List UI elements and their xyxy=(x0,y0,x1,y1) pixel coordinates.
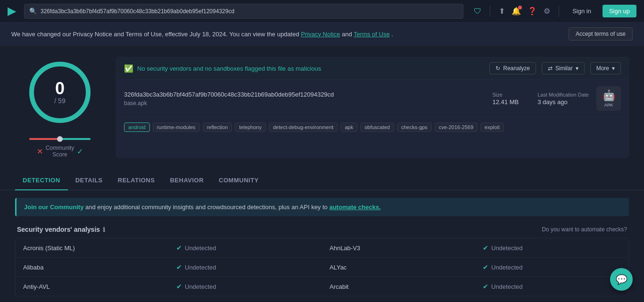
vendor-status-2: ✔ Undetected xyxy=(475,238,628,257)
join-community-link[interactable]: Join our Community xyxy=(24,204,83,211)
nav-icons: 🛡 ⬆ 🔔 ❓ ⚙ Sign in Sign up xyxy=(474,5,636,17)
check-icon: ✔ xyxy=(483,283,488,290)
reanalyze-button[interactable]: ↻ Reanalyze xyxy=(489,62,536,74)
file-stats: Size 12.41 MB Last Modification Date 3 d… xyxy=(493,92,589,106)
tabs-row: DETECTION DETAILS RELATIONS BEHAVIOR COM… xyxy=(0,171,644,190)
info-panel: ✅ No security vendors and no sandboxes f… xyxy=(116,57,629,158)
reanalyze-icon: ↻ xyxy=(495,65,500,72)
vendor-status-4: ✔ Undetected xyxy=(475,258,628,277)
vendor-name-2: AhnLab-V3 xyxy=(322,239,475,257)
vendor-status-3: ✔ Undetected xyxy=(169,258,322,277)
tag-exploit[interactable]: exploit xyxy=(480,122,504,132)
tab-detection[interactable]: DETECTION xyxy=(15,171,68,189)
date-label: Last Modification Date xyxy=(537,92,589,98)
file-meta: 326fda3bc3a3b6b7bf4d57af9b70060c48c33bb2… xyxy=(124,91,493,106)
tab-community[interactable]: COMMUNITY xyxy=(211,171,266,189)
check-icon: ✔ xyxy=(176,244,182,252)
vendor-name-4: ALYac xyxy=(322,258,475,277)
search-input[interactable] xyxy=(41,8,458,15)
tab-details[interactable]: DETAILS xyxy=(68,171,110,189)
size-label: Size xyxy=(493,92,519,98)
signup-button[interactable]: Sign up xyxy=(603,5,636,17)
privacy-notice-link[interactable]: Privacy Notice xyxy=(301,31,340,38)
tag-telephony[interactable]: telephony xyxy=(235,122,266,132)
table-row: Antiy-AVL ✔ Undetected Arcabit ✔ Undetec… xyxy=(16,277,628,296)
tags-row: android runtime-modules reflection telep… xyxy=(116,118,628,139)
bell-icon[interactable]: 🔔 xyxy=(512,7,521,16)
tag-reflection[interactable]: reflection xyxy=(203,122,232,132)
status-actions: ↻ Reanalyze ⇄ Similar ▾ More ▾ xyxy=(489,62,621,74)
bell-badge xyxy=(518,6,522,9)
date-value: 3 days ago xyxy=(537,98,568,106)
divider2 xyxy=(559,6,559,17)
tab-relations[interactable]: RELATIONS xyxy=(110,171,163,189)
tag-android[interactable]: android xyxy=(124,122,150,132)
vendor-status-1: ✔ Undetected xyxy=(169,238,322,257)
file-name: base.apk xyxy=(124,100,493,106)
community-label: Community xyxy=(46,145,74,151)
score-number: 0 xyxy=(54,80,65,97)
vendors-info-icon[interactable]: ℹ xyxy=(103,226,105,233)
community-check-icon: ✓ xyxy=(77,147,83,156)
file-date: Last Modification Date 3 days ago xyxy=(537,92,589,106)
status-ok: ✅ No security vendors and no sandboxes f… xyxy=(124,64,321,73)
vendors-header: Security vendors' analysis ℹ Do you want… xyxy=(15,226,629,233)
chat-widget[interactable]: 💬 xyxy=(610,268,633,291)
main-content: 0 / 59 ✕ Community Score ✓ ✅ No security… xyxy=(0,46,644,169)
signin-button[interactable]: Sign in xyxy=(568,6,596,16)
tag-checks-gps[interactable]: checks-gps xyxy=(397,122,432,132)
notice-text: We have changed our Privacy Notice and T… xyxy=(11,31,393,38)
join-middle-text: and enjoy additional community insights … xyxy=(85,204,329,211)
status-check-icon: ✅ xyxy=(124,64,133,73)
table-row: Acronis (Static ML) ✔ Undetected AhnLab-… xyxy=(16,238,628,258)
automate-label: Do you want to automate checks? xyxy=(542,226,627,233)
score-text: 0 / 59 xyxy=(54,80,65,105)
file-size: Size 12.41 MB xyxy=(493,92,519,106)
notice-banner: We have changed our Privacy Notice and T… xyxy=(0,23,644,46)
similar-icon: ⇄ xyxy=(548,65,553,72)
search-bar[interactable]: 🔍 xyxy=(24,4,463,19)
topnav: ▶ 🔍 🛡 ⬆ 🔔 ❓ ⚙ Sign in Sign up xyxy=(0,0,644,23)
score-label: Score xyxy=(46,151,74,158)
upload-icon[interactable]: ⬆ xyxy=(499,7,505,16)
check-icon: ✔ xyxy=(176,263,182,271)
divider xyxy=(490,6,490,17)
chat-icon: 💬 xyxy=(616,274,627,285)
search-icon: 🔍 xyxy=(29,8,37,15)
surfshark-icon[interactable]: 🛡 xyxy=(474,7,481,16)
more-button[interactable]: More ▾ xyxy=(590,62,621,74)
settings-icon[interactable]: ⚙ xyxy=(544,7,550,16)
score-panel: 0 / 59 ✕ Community Score ✓ xyxy=(15,57,105,158)
help-icon[interactable]: ❓ xyxy=(528,7,537,16)
size-value: 12.41 MB xyxy=(493,98,519,106)
tag-obfuscated[interactable]: obfuscated xyxy=(360,122,394,132)
apk-icon: 🤖 APK xyxy=(596,86,621,111)
tab-behavior[interactable]: BEHAVIOR xyxy=(162,171,211,189)
check-icon: ✔ xyxy=(176,283,182,290)
vendor-name-1: Acronis (Static ML) xyxy=(16,239,169,257)
vendor-status-5: ✔ Undetected xyxy=(169,277,322,296)
tag-apk[interactable]: apk xyxy=(340,122,357,132)
terms-link[interactable]: Terms of Use xyxy=(354,31,390,38)
community-score-row: ✕ Community Score ✓ xyxy=(37,145,83,158)
community-progress xyxy=(29,138,91,140)
more-chevron-icon: ▾ xyxy=(612,65,615,72)
tag-detect-debug-environment[interactable]: detect-debug-environment xyxy=(269,122,338,132)
tag-cve[interactable]: cve-2016-2569 xyxy=(435,122,478,132)
logo-icon: ▶ xyxy=(8,5,16,17)
automate-checks-link[interactable]: automate checks. xyxy=(329,204,380,211)
score-total: / 59 xyxy=(54,97,65,105)
similar-button[interactable]: ⇄ Similar ▾ xyxy=(542,62,585,74)
tag-runtime-modules[interactable]: runtime-modules xyxy=(153,122,200,132)
check-icon: ✔ xyxy=(483,244,488,252)
vendors-title: Security vendors' analysis ℹ xyxy=(17,226,105,233)
vendor-name-5: Antiy-AVL xyxy=(16,278,169,296)
join-banner: Join our Community and enjoy additional … xyxy=(15,198,629,216)
similar-chevron-icon: ▾ xyxy=(576,65,578,72)
accept-terms-button[interactable]: Accept terms of use xyxy=(569,27,633,41)
file-hash: 326fda3bc3a3b6b7bf4d57af9b70060c48c33bb2… xyxy=(124,91,493,98)
check-icon: ✔ xyxy=(483,263,488,271)
community-x-icon[interactable]: ✕ xyxy=(37,147,43,156)
apk-label: APK xyxy=(604,103,613,107)
vendor-name-6: Arcabit xyxy=(322,278,475,296)
